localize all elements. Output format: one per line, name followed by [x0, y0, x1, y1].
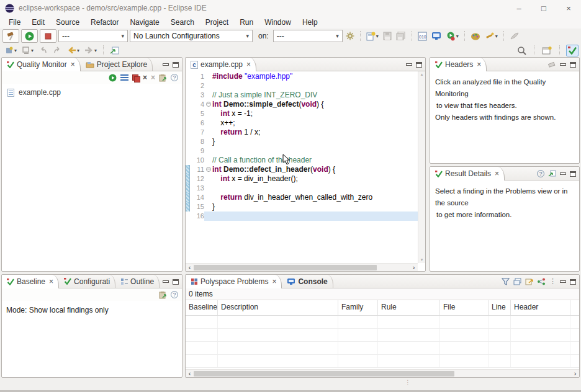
- tab-outline[interactable]: Outline: [115, 275, 160, 288]
- menu-refactor[interactable]: Refactor: [85, 16, 124, 29]
- minimize-view-icon[interactable]: [560, 278, 566, 284]
- scrollbar-thumb[interactable]: [194, 371, 454, 376]
- maximize-view-icon[interactable]: [570, 62, 576, 68]
- view-menu-icon[interactable]: ⋮: [549, 277, 556, 285]
- trim-handle[interactable]: ⋮: [405, 380, 411, 385]
- navigation-back-button[interactable]: ▾: [66, 43, 81, 57]
- menu-project[interactable]: Project: [200, 16, 234, 29]
- tab-headers[interactable]: Headers ×: [430, 58, 487, 71]
- navigation-forward-button[interactable]: ▾: [83, 43, 98, 57]
- maximize-view-icon[interactable]: [570, 279, 576, 285]
- column-header-file[interactable]: File: [440, 300, 489, 315]
- launch-config-combo[interactable]: No Launch Configurations ▾: [130, 30, 253, 42]
- copy-view-icon[interactable]: [513, 278, 521, 285]
- tab-configuration[interactable]: Configurati: [59, 275, 115, 288]
- code-line[interactable]: 10// Call a function of the header: [186, 156, 418, 165]
- export-icon[interactable]: [525, 278, 533, 285]
- scroll-right-icon[interactable]: ›: [410, 264, 418, 271]
- run-analysis-button[interactable]: [21, 29, 38, 43]
- help-icon[interactable]: ?: [171, 291, 178, 298]
- fold-column[interactable]: [204, 165, 212, 174]
- menu-window[interactable]: Window: [259, 16, 297, 29]
- code-line[interactable]: 13: [186, 184, 418, 193]
- share-icon[interactable]: [537, 278, 546, 285]
- window-minimize-button[interactable]: –: [507, 0, 531, 16]
- stop-monitor-icon[interactable]: ×: [143, 74, 147, 81]
- remove-results-icon[interactable]: [132, 74, 139, 81]
- column-header-description[interactable]: Description: [218, 300, 338, 315]
- code-lines[interactable]: 1#include "example.hpp"23// Just a simpl…: [186, 72, 418, 263]
- code-line[interactable]: 9: [186, 146, 418, 156]
- scrollbar-thumb[interactable]: [194, 265, 377, 270]
- minimize-view-icon[interactable]: [406, 61, 412, 67]
- tab-polyspace-problems[interactable]: Polyspace Problems ×: [186, 275, 282, 288]
- menu-source[interactable]: Source: [50, 16, 85, 29]
- minimize-view-icon[interactable]: [163, 61, 169, 67]
- close-icon[interactable]: ×: [49, 277, 53, 286]
- save-button[interactable]: [382, 29, 393, 43]
- tab-result-details[interactable]: Result Details ×: [430, 167, 505, 180]
- column-header-family[interactable]: Family: [338, 300, 378, 315]
- open-report-icon[interactable]: [159, 291, 167, 299]
- minimize-view-icon[interactable]: [560, 61, 566, 67]
- tab-editor-example-cpp[interactable]: c example.cpp ×: [186, 58, 256, 71]
- code-line[interactable]: 15}: [186, 202, 418, 212]
- menu-run[interactable]: Run: [234, 16, 259, 29]
- start-analysis-icon[interactable]: [109, 74, 117, 82]
- scroll-up-icon[interactable]: ▴: [421, 72, 423, 77]
- code-line[interactable]: 12 int x = div_in_header();: [186, 174, 418, 184]
- maximize-view-icon[interactable]: [173, 279, 179, 285]
- fold-column[interactable]: [204, 100, 212, 109]
- build-config-combo[interactable]: --- ▾: [58, 30, 128, 42]
- show-in-source-icon[interactable]: [548, 170, 556, 177]
- open-console-button[interactable]: [430, 29, 443, 43]
- close-icon[interactable]: ×: [495, 169, 499, 178]
- link-with-editor-button[interactable]: [109, 43, 120, 57]
- menu-edit[interactable]: Edit: [26, 16, 50, 29]
- save-all-button[interactable]: [395, 29, 407, 43]
- build-binary-button[interactable]: 010: [417, 29, 428, 43]
- scroll-down-icon[interactable]: ▾: [421, 257, 423, 262]
- launch-settings-gear-button[interactable]: [345, 29, 356, 43]
- code-line[interactable]: 2: [186, 81, 418, 91]
- column-header-header[interactable]: Header: [511, 300, 570, 315]
- collapse-icon[interactable]: [206, 102, 211, 107]
- column-header-baseline[interactable]: Baseline: [186, 300, 218, 315]
- editor-vertical-scrollbar[interactable]: ▴ ▾: [418, 71, 425, 263]
- close-icon[interactable]: ×: [71, 60, 75, 69]
- minimize-view-icon[interactable]: [560, 171, 566, 176]
- scroll-right-icon[interactable]: ›: [571, 370, 579, 377]
- code-line[interactable]: 7 return 1 / x;: [186, 128, 418, 137]
- window-maximize-button[interactable]: □: [531, 0, 556, 16]
- close-icon[interactable]: ×: [272, 277, 276, 286]
- previous-edit-button[interactable]: [37, 43, 49, 57]
- stop-analysis-button[interactable]: [40, 29, 56, 43]
- tab-console[interactable]: Console: [282, 275, 333, 288]
- menu-navigate[interactable]: Navigate: [124, 16, 164, 29]
- filter-icon[interactable]: [502, 278, 510, 285]
- show-log-icon[interactable]: [120, 74, 128, 81]
- tab-baseline[interactable]: Baseline ×: [2, 275, 59, 288]
- maximize-view-icon[interactable]: [416, 62, 422, 68]
- run-last-tool-button[interactable]: ▾: [20, 43, 35, 57]
- analyzed-file-row[interactable]: example.cpp: [2, 84, 182, 101]
- maximize-view-icon[interactable]: [570, 171, 576, 177]
- collapse-icon[interactable]: [206, 167, 211, 172]
- scroll-left-icon[interactable]: ‹: [186, 370, 194, 377]
- code-line[interactable]: 8}: [186, 137, 418, 146]
- debug-tool-button[interactable]: ▾: [4, 43, 18, 57]
- menu-search[interactable]: Search: [165, 16, 200, 29]
- tab-project-explorer[interactable]: Project Explore: [81, 58, 153, 71]
- code-line[interactable]: 14 return div_in_header_when_called_with…: [186, 193, 418, 202]
- open-perspective-button[interactable]: [541, 43, 553, 57]
- launch-target-combo[interactable]: --- ▾: [273, 30, 343, 42]
- mark-occurrences-button[interactable]: [508, 29, 521, 43]
- close-icon[interactable]: ×: [246, 60, 251, 69]
- help-icon[interactable]: ?: [171, 74, 178, 81]
- menu-file[interactable]: File: [3, 16, 26, 29]
- polyspace-perspective-button[interactable]: [566, 45, 579, 56]
- open-element-button[interactable]: [469, 29, 482, 43]
- annotate-button[interactable]: ▾: [484, 29, 499, 43]
- code-line[interactable]: 16: [186, 212, 418, 221]
- new-wizard-button[interactable]: ▾: [365, 29, 380, 43]
